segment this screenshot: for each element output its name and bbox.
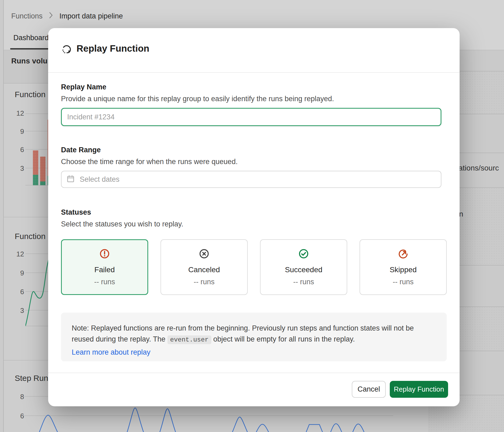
- cancel-button[interactable]: Cancel: [352, 381, 386, 398]
- modal-footer-divider: [48, 373, 460, 373]
- status-card-runs: -- runs: [393, 278, 414, 286]
- statuses-label: Statuses: [61, 208, 91, 217]
- status-card-skipped[interactable]: Skipped -- runs: [360, 239, 447, 295]
- status-card-canceled[interactable]: Canceled -- runs: [161, 239, 248, 295]
- date-range-placeholder: Select dates: [80, 175, 120, 184]
- replay-icon: [61, 44, 72, 55]
- date-range-label: Date Range: [61, 146, 101, 154]
- replay-name-description: Provide a unique name for this replay gr…: [61, 95, 334, 103]
- status-card-label: Failed: [94, 266, 115, 274]
- modal-header: Replay Function: [48, 28, 460, 72]
- status-card-runs: -- runs: [94, 278, 115, 286]
- replay-note: Note: Replayed functions are re-run from…: [61, 313, 447, 361]
- note-code-chip: event.user: [167, 335, 211, 344]
- status-card-succeeded[interactable]: Succeeded -- runs: [260, 239, 347, 295]
- check-circle-icon: [298, 248, 309, 260]
- status-card-failed[interactable]: Failed -- runs: [61, 239, 148, 295]
- note-text-after: object will be empty for all runs in the…: [211, 335, 355, 343]
- status-card-label: Succeeded: [285, 266, 322, 274]
- alert-circle-icon: [99, 248, 110, 260]
- calendar-icon: [66, 175, 75, 184]
- replay-function-modal: Replay Function Replay Name Provide a un…: [48, 28, 460, 406]
- x-circle-icon: [199, 248, 209, 260]
- modal-header-divider: [48, 72, 460, 73]
- status-card-label: Skipped: [390, 266, 417, 274]
- status-card-label: Canceled: [188, 266, 220, 274]
- replay-name-label: Replay Name: [61, 83, 106, 91]
- replay-name-input[interactable]: [61, 108, 441, 126]
- skip-circle-icon: [398, 248, 408, 260]
- replay-function-button[interactable]: Replay Function: [390, 381, 448, 398]
- learn-more-link[interactable]: Learn more about replay: [72, 347, 150, 358]
- status-card-runs: -- runs: [293, 278, 314, 286]
- date-range-description: Choose the time range for when the runs …: [61, 158, 238, 166]
- date-range-input[interactable]: Select dates: [61, 171, 441, 188]
- modal-title: Replay Function: [77, 43, 149, 54]
- statuses-description: Select the statuses you wish to replay.: [61, 220, 183, 228]
- status-card-runs: -- runs: [194, 278, 215, 286]
- status-cards: Failed -- runs Canceled -- runs Succeede…: [61, 239, 447, 295]
